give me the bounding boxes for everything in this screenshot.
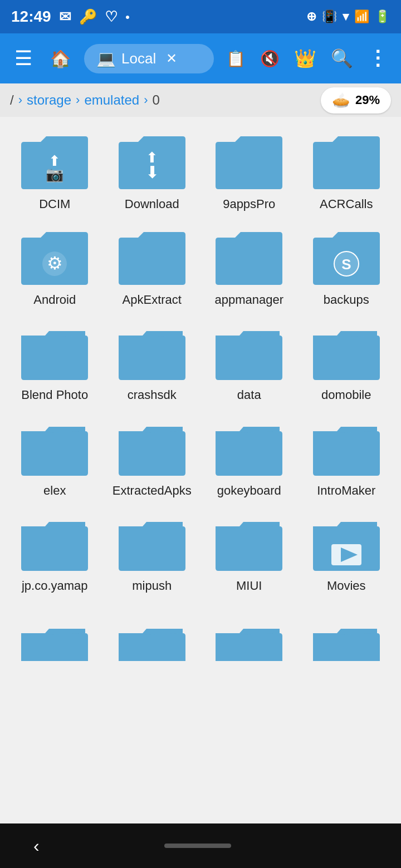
folder-crashsdk[interactable]: crashsdk [105, 319, 199, 409]
app-bar-actions: 📋 🔇 👑 🔍 ⋮ [223, 43, 391, 73]
folder-miui[interactable]: MIUI [202, 510, 296, 600]
folder-domobile[interactable]: domobile [300, 319, 394, 409]
sep-1: › [18, 93, 22, 107]
vibrate-icon: 📳 [322, 9, 337, 24]
pie-chart-icon: 🥧 [332, 92, 350, 109]
folder-icon-crashsdk [116, 324, 188, 383]
folder-blendphoto[interactable]: Blend Photo [8, 319, 102, 409]
folder-android[interactable]: ⚙ Android [8, 224, 102, 314]
folder-icon-movies [310, 515, 383, 574]
svg-text:S: S [341, 256, 351, 273]
more-button[interactable]: ⋮ [364, 43, 391, 73]
emulated-link[interactable]: emulated [84, 92, 139, 108]
folder-icon-backups: S [310, 229, 383, 288]
folder-label-mipush: mipush [132, 578, 172, 594]
folder-icon-intromaker [310, 420, 383, 479]
folder-acrcalls[interactable]: ACRCalls [300, 128, 394, 218]
folder-label-download: Download [125, 196, 179, 213]
heart-icon: ♡ [105, 8, 118, 26]
folder-icon-jpcoyamap [18, 515, 91, 574]
app-bar: ☰ 🏠 💻 Local ✕ 📋 🔇 👑 🔍 ⋮ [0, 33, 401, 83]
folder-label-intromaker: IntroMaker [317, 483, 375, 499]
folder-jpcoyamap[interactable]: jp.co.yamap [8, 510, 102, 600]
home-button[interactable]: 🏠 [46, 45, 75, 73]
folder-label-android: Android [33, 292, 76, 308]
folder-icon-elex [18, 420, 91, 479]
folder-icon-domobile [310, 324, 383, 383]
status-bar: 12:49 ✉ 🔑 ♡ ● ⊕ 📳 ▾ 📶 🔋 [0, 0, 401, 33]
breadcrumb-bar: / › storage › emulated › 0 🥧 29% [0, 83, 401, 117]
folder-label-apkextract: ApkExtract [123, 292, 182, 308]
folder-icon-data [213, 324, 285, 383]
folder-backups[interactable]: S backups [300, 224, 394, 314]
partial-folder-2[interactable] [105, 617, 199, 667]
signal-icon: 📶 [354, 9, 369, 24]
folder-label-9appspro: 9appsPro [223, 196, 275, 213]
bluetooth-icon: ⊕ [306, 9, 316, 24]
folder-mipush[interactable]: mipush [105, 510, 199, 600]
folder-label-movies: Movies [327, 578, 366, 594]
status-left: 12:49 ✉ 🔑 ♡ ● [11, 8, 130, 26]
folder-label-acrcalls: ACRCalls [320, 196, 373, 213]
partial-folder-1[interactable] [8, 617, 102, 667]
folder-movies[interactable]: Movies [300, 510, 394, 600]
folder-download[interactable]: ⬆ ⬇ Download [105, 128, 199, 218]
folder-icon-9appspro [213, 134, 285, 192]
folder-icon-mipush [116, 515, 188, 574]
partial-folder-3[interactable] [202, 617, 296, 667]
folder-appmanager[interactable]: appmanager [202, 224, 296, 314]
crown-icon[interactable]: 👑 [291, 45, 320, 72]
folder-gokeyboard[interactable]: gokeyboard [202, 415, 296, 505]
zero-link[interactable]: 0 [152, 92, 159, 108]
back-button[interactable]: ‹ [22, 830, 51, 862]
svg-text:⚙: ⚙ [47, 253, 63, 273]
folder-apkextract[interactable]: ApkExtract [105, 224, 199, 314]
folder-label-crashsdk: crashsdk [128, 387, 177, 403]
bottom-nav: ‹ [0, 823, 401, 868]
tab-close-button[interactable]: ✕ [166, 51, 177, 66]
sep-2: › [76, 93, 80, 107]
folder-icon-acrcalls [310, 134, 383, 192]
folder-9appspro[interactable]: 9appsPro [202, 128, 296, 218]
sep-3: › [144, 93, 148, 107]
dot-icon: ● [125, 12, 130, 21]
search-button[interactable]: 🔍 [327, 45, 356, 72]
folder-icon-android: ⚙ [18, 229, 91, 288]
partial-folder-icon-2 [116, 622, 188, 661]
partial-row [0, 611, 401, 722]
person-icon: 🔑 [79, 8, 97, 26]
storage-badge: 🥧 29% [321, 87, 391, 114]
folder-extractedapks[interactable]: ExtractedApks [105, 415, 199, 505]
partial-folder-4[interactable] [300, 617, 394, 667]
mute-icon[interactable]: 🔇 [257, 46, 283, 71]
folder-label-blendphoto: Blend Photo [21, 387, 88, 403]
folder-data[interactable]: data [202, 319, 296, 409]
local-tab[interactable]: 💻 Local ✕ [84, 44, 214, 73]
menu-button[interactable]: ☰ [10, 42, 37, 75]
storage-link[interactable]: storage [27, 92, 71, 108]
folder-icon-apkextract [116, 229, 188, 288]
tab-label: Local [121, 50, 156, 67]
folder-elex[interactable]: elex [8, 415, 102, 505]
storage-percent: 29% [355, 93, 380, 107]
folder-icon-gokeyboard [213, 420, 285, 479]
battery-icon: 🔋 [375, 9, 390, 24]
tab-monitor-icon: 💻 [96, 50, 116, 68]
mail-icon: ✉ [59, 8, 71, 26]
home-pill[interactable] [164, 844, 231, 848]
folder-icon-blendphoto [18, 324, 91, 383]
folder-label-miui: MIUI [236, 578, 262, 594]
file-grid: ⬆ 📷 DCIM ⬆ ⬇ Download 9appsPro [0, 117, 401, 611]
partial-folder-icon-3 [213, 622, 285, 661]
folder-icon-miui [213, 515, 285, 574]
partial-folder-icon-1 [18, 622, 91, 661]
tab-extra-icon[interactable]: 📋 [223, 46, 249, 71]
status-time: 12:49 [11, 8, 51, 26]
folder-intromaker[interactable]: IntroMaker [300, 415, 394, 505]
folder-icon-dcim: ⬆ 📷 [18, 134, 91, 192]
svg-text:📷: 📷 [46, 165, 64, 183]
folder-label-backups: backups [324, 292, 369, 308]
folder-label-gokeyboard: gokeyboard [217, 483, 281, 499]
folder-label-data: data [237, 387, 261, 403]
folder-dcim[interactable]: ⬆ 📷 DCIM [8, 128, 102, 218]
